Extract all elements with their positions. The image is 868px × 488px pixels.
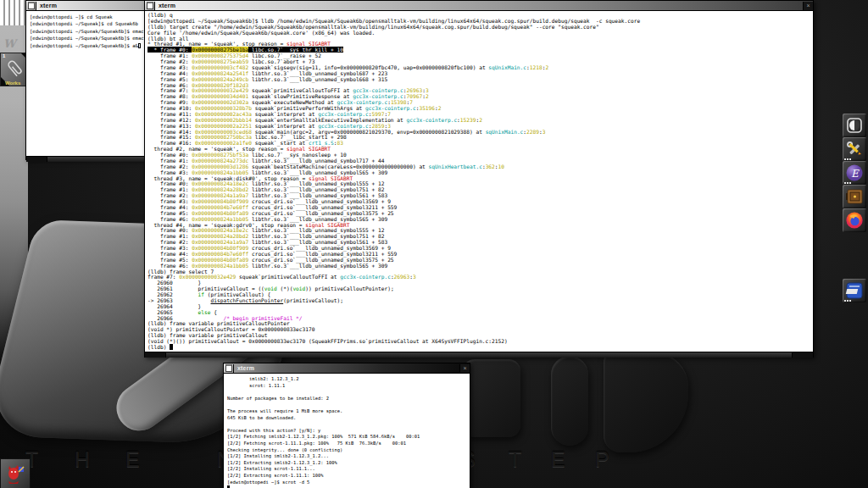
resize-bar[interactable] [145, 352, 813, 358]
embossed-letter: H [75, 447, 90, 472]
terminal-content[interactable]: imlib2: 1.12.3_1.2 scrot: 1.11.1 Number … [224, 374, 470, 488]
terminal-line: [2/2] Installing scrot-1.11.1... [227, 466, 470, 473]
wallpaper-stripes [0, 0, 25, 25]
dock-item-firefox[interactable] [843, 208, 866, 232]
embossed-letter: P [595, 447, 609, 472]
dock-item-emacs[interactable]: E [843, 161, 866, 185]
scanner-icon [845, 281, 864, 300]
desktop: W T H E N S T E P 1 Works xterm × [edwin… [0, 0, 868, 488]
terminal-line: (lldb) [147, 345, 813, 351]
wrench-pencil-icon [845, 140, 864, 158]
terminal-line [227, 389, 470, 396]
daemon-miniwindow[interactable] [0, 458, 31, 488]
terminal-line: The process will require 1 MiB more spac… [227, 408, 470, 415]
gnustep-logo-icon [845, 116, 864, 135]
miniaturize-button[interactable] [145, 2, 155, 10]
terminal-line: frame #7: 0x000000000032e429 squeak`prim… [147, 274, 813, 280]
bsd-daemon-icon [4, 463, 26, 486]
wallpaper-logo-letter [463, 359, 520, 437]
terminal-content[interactable]: (lldb) q[edwin@ottopedi ~/Squeak/Squeak6… [145, 11, 813, 352]
terminal-line: [edwin@ottopedi ~]$ scrot -d 5 [227, 480, 470, 486]
wallpaper-logo-letter [604, 352, 688, 452]
terminal-line: 645 KiB to be downloaded. [227, 415, 470, 422]
dock-item-scanner[interactable] [843, 279, 866, 302]
close-icon[interactable]: × [459, 364, 470, 373]
bottom-xterm-window: xterm × imlib2: 1.12.3_1.2 scrot: 1.11.1… [223, 363, 470, 488]
close-icon[interactable]: × [803, 2, 813, 10]
miniaturize-button[interactable] [224, 364, 234, 373]
window-sheet-icon [28, 2, 35, 9]
embossed-letter: E [551, 447, 565, 472]
emacs-icon: E [845, 164, 864, 182]
wallpaper-logo-letter [551, 356, 588, 446]
terminal-line: (void (*)()) primitiveCallout = 0x000000… [147, 339, 813, 345]
big-xterm-titlebar[interactable]: xterm × [145, 1, 813, 11]
embossed-letter: E [125, 447, 140, 472]
terminal-line: frame #6: 0x0000000824a1bb05 libthr.so.3… [147, 263, 813, 269]
terminal-line: [2/2] Extracting scrot-1.11.1: 100% [227, 473, 470, 480]
big-xterm-window: xterm × (lldb) q[edwin@ottopedi ~/Squeak… [144, 0, 814, 358]
running-indicator [844, 300, 851, 302]
bottom-xterm-titlebar[interactable]: xterm × [224, 363, 470, 374]
running-indicator [844, 158, 851, 160]
terminal-line: [2/2] Fetching scrot-1.11.1.pkg: 100% 75… [227, 441, 470, 447]
terminal-line: Proceed with this action? [y/N]: y [227, 428, 470, 435]
terminal-line: Number of packages to be installed: 2 [227, 396, 470, 402]
clip-workspace-label: Works [5, 80, 20, 86]
svg-text:E: E [851, 168, 860, 180]
running-indicator [844, 182, 851, 184]
embossed-letter: T [509, 447, 521, 472]
wallpaper-watermark: W [3, 37, 16, 50]
dock-item-wmaker[interactable] [843, 114, 866, 137]
window-title: xterm [155, 3, 175, 8]
window-title: xterm [234, 365, 254, 371]
terminal-line: imlib2: 1.12.3_1.2 [227, 376, 470, 383]
terminal-line: scrot: 1.11.1 [227, 383, 470, 390]
terminal-line: [1/2] Extracting imlib2-1.12.3_1.2: 100% [227, 460, 470, 467]
window-sheet-icon [147, 2, 153, 9]
window-sheet-icon [225, 364, 232, 372]
terminal-line [227, 421, 470, 428]
miniaturize-button[interactable] [26, 2, 36, 10]
terminal-line: Checking integrity... done (0 conflictin… [227, 447, 470, 454]
safe-box-icon [845, 187, 864, 206]
dock-item-wprefs[interactable] [843, 137, 866, 161]
terminal-line: [1/2] Fetching imlib2-1.12.3_1.2.pkg: 10… [227, 434, 470, 441]
window-title: xterm [36, 3, 57, 8]
terminal-line [227, 402, 470, 408]
workspace-number: 1 [3, 53, 5, 58]
terminal-line: Core file '/home/edwin/Squeak/Squeak6b/s… [147, 30, 813, 36]
terminal-line: [1/2] Installing imlib2-1.12.3_1.2... [227, 453, 470, 460]
terminal-line: 26964 } [147, 304, 813, 310]
dock-item-safe[interactable] [843, 185, 866, 208]
firefox-icon [845, 211, 864, 230]
terminal-line: -> 26963 dispatchFunctionPointer(primiti… [147, 298, 813, 304]
